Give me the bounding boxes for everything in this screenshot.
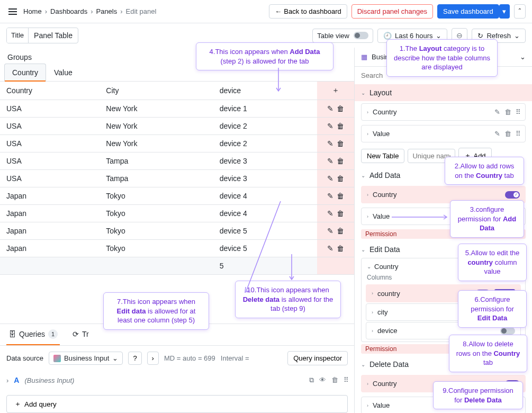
edit-col-device-toggle[interactable] xyxy=(500,327,515,335)
breadcrumb-panels[interactable]: Panels xyxy=(96,7,117,15)
tab-country[interactable]: Country xyxy=(4,64,46,81)
delete-row-icon[interactable]: 🗑 xyxy=(337,244,344,253)
add-data-value-toggle[interactable] xyxy=(505,213,520,220)
edit-row-icon[interactable]: ✎ xyxy=(327,192,333,200)
datasource-select[interactable]: Business Input ⌄ xyxy=(49,352,123,365)
cell-device: device 4 xyxy=(213,187,317,205)
transformations-tab[interactable]: ⟳ Tr xyxy=(70,325,91,345)
col-city[interactable]: City xyxy=(100,82,213,100)
delete-data-country-toggle[interactable] xyxy=(505,380,520,388)
edit-data-country-header[interactable]: Country xyxy=(374,263,399,271)
drag-icon[interactable]: ⠿ xyxy=(516,130,520,138)
new-table-button[interactable]: New Table xyxy=(361,149,404,163)
edit-icon[interactable]: ✎ xyxy=(494,108,500,116)
edit-col-country[interactable]: › country string xyxy=(366,284,521,302)
layout-section-header[interactable]: ⌄ Layout xyxy=(355,84,532,101)
search-input[interactable] xyxy=(361,70,526,81)
time-range-button[interactable]: 🕘 Last 6 hours ⌄ xyxy=(377,29,448,43)
save-dashboard-button[interactable]: Save dashboard xyxy=(437,4,499,19)
query-inspector-button[interactable]: Query inspector xyxy=(287,351,348,365)
drag-icon[interactable]: ⠿ xyxy=(516,108,520,116)
caret-down-icon: ⌄ xyxy=(361,90,365,96)
delete-row-icon[interactable]: 🗑 xyxy=(337,209,344,218)
chevron-right-icon[interactable]: › xyxy=(6,376,8,384)
delete-row-icon[interactable]: 🗑 xyxy=(337,139,344,148)
permission-chip-edit[interactable]: Permission xyxy=(361,344,526,354)
datasource-next-button[interactable]: › xyxy=(147,352,159,365)
breadcrumb-dashboards[interactable]: Dashboards xyxy=(50,7,87,15)
layout-item-country[interactable]: › Country ✎ 🗑 ⠿ xyxy=(361,103,526,121)
save-dropdown-button[interactable]: ▾ xyxy=(499,4,510,19)
add-row-button[interactable]: ＋ xyxy=(317,82,354,100)
layout-item-value[interactable]: › Value ✎ 🗑 ⠿ xyxy=(361,125,526,142)
delete-row-icon[interactable]: 🗑 xyxy=(337,104,344,113)
datasource-logo-icon xyxy=(53,355,61,362)
table-view-switch[interactable] xyxy=(354,32,368,39)
table-view-toggle[interactable]: Table view xyxy=(312,29,373,43)
tab-value[interactable]: Value xyxy=(46,64,80,81)
trash-icon[interactable]: 🗑 xyxy=(504,108,511,116)
add-data-country-toggle[interactable] xyxy=(505,191,520,199)
delete-row-icon[interactable]: 🗑 xyxy=(337,174,344,183)
edit-row-icon[interactable]: ✎ xyxy=(327,227,333,235)
edit-row-icon[interactable]: ✎ xyxy=(327,139,333,148)
discard-changes-button[interactable]: Discard panel changes xyxy=(351,4,433,19)
edit-row-icon[interactable]: ✎ xyxy=(327,209,333,218)
zoom-out-button[interactable]: ⊖ xyxy=(452,28,467,43)
add-data-value[interactable]: › Value xyxy=(361,208,526,225)
add-table-button[interactable]: ＋ Add xyxy=(458,148,491,164)
add-data-section-header[interactable]: ⌄ Add Data xyxy=(355,167,532,184)
queries-tab[interactable]: 🗄 Queries 1 xyxy=(6,324,60,345)
permission-chip-add[interactable]: Permission xyxy=(361,229,526,239)
delete-row-icon[interactable]: 🗑 xyxy=(337,192,344,200)
delete-data-section-header[interactable]: ⌄ Delete Data xyxy=(355,356,532,373)
unique-name-input[interactable] xyxy=(408,149,455,163)
chevron-down-icon[interactable]: ⌄ xyxy=(520,53,526,61)
edit-col-device[interactable]: › device xyxy=(366,322,521,339)
datasource-help-button[interactable]: ? xyxy=(128,352,141,365)
add-data-country[interactable]: › Country xyxy=(361,186,526,203)
col-country[interactable]: Country xyxy=(0,82,100,100)
edit-row-icon[interactable]: ✎ xyxy=(327,122,333,130)
trash-icon[interactable]: 🗑 xyxy=(331,376,338,384)
copy-icon[interactable]: ⧉ xyxy=(309,376,314,384)
delete-row-icon[interactable]: 🗑 xyxy=(337,122,344,130)
clock-icon: 🕘 xyxy=(383,32,392,40)
breadcrumb-current: Edit panel xyxy=(126,7,157,15)
eye-icon[interactable]: 👁 xyxy=(319,376,326,384)
delete-data-value[interactable]: › Value xyxy=(361,397,526,413)
add-query-button[interactable]: ＋ Add query xyxy=(6,395,348,413)
delete-row-icon[interactable]: 🗑 xyxy=(337,227,344,235)
edit-col-country-toggle[interactable] xyxy=(475,290,490,297)
edit-row-icon[interactable]: ✎ xyxy=(327,244,333,253)
refresh-button[interactable]: ↻ Refresh ⌄ xyxy=(472,29,526,43)
cell-country: USA xyxy=(0,135,100,152)
col-device[interactable]: device xyxy=(213,82,317,100)
trash-icon[interactable]: 🗑 xyxy=(504,130,511,138)
edit-col-city-toggle[interactable] xyxy=(500,309,515,316)
data-table: Country City device ＋ USA New York devic… xyxy=(0,82,354,275)
drag-icon[interactable]: ⠿ xyxy=(344,376,348,384)
chevron-down-icon: ⌄ xyxy=(436,32,441,40)
delete-row-icon[interactable]: 🗑 xyxy=(337,157,344,165)
delete-data-country[interactable]: › Country xyxy=(361,375,526,392)
cell-country: Japan xyxy=(0,205,100,222)
interval-info: Interval = xyxy=(221,354,249,362)
back-to-dashboard-button[interactable]: ← Back to dashboard xyxy=(269,4,347,19)
collapse-panel-button[interactable]: ˆ xyxy=(514,4,526,19)
delete-data-value-toggle[interactable] xyxy=(505,402,520,409)
cell-device: device 2 xyxy=(213,118,317,135)
menu-icon[interactable] xyxy=(6,6,19,17)
edit-data-section-header[interactable]: ⌄ Edit Data xyxy=(355,241,532,258)
edit-row-icon[interactable]: ✎ xyxy=(327,104,333,113)
cell-device: device 4 xyxy=(213,205,317,222)
breadcrumb-home[interactable]: Home xyxy=(23,7,42,15)
cell-device: device 1 xyxy=(213,100,317,118)
edit-row-icon[interactable]: ✎ xyxy=(327,174,333,183)
edit-row-icon[interactable]: ✎ xyxy=(327,157,333,165)
edit-col-city[interactable]: › city xyxy=(366,303,521,321)
cell-city: Tokyo xyxy=(100,205,213,222)
panel-type[interactable]: Business Table xyxy=(372,53,516,61)
title-input[interactable]: Panel Table xyxy=(28,28,78,43)
edit-icon[interactable]: ✎ xyxy=(494,130,500,138)
